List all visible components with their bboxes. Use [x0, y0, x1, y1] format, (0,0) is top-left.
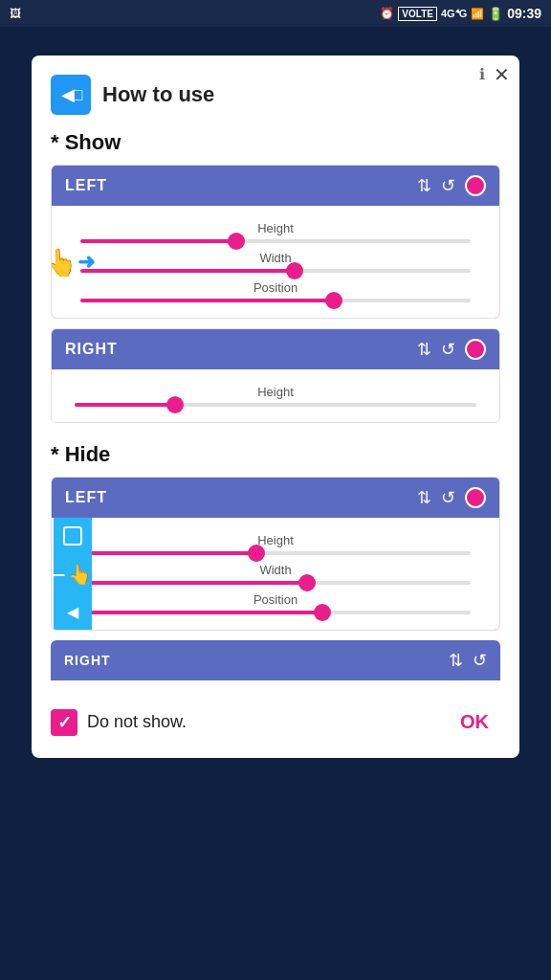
signal-icon: 📶: [471, 8, 484, 20]
hide-left-panel: LEFT ⇅ ↺ ⟵ 👆 ➜: [51, 477, 500, 631]
status-right: ⏰ VOLTE 4G⁴G 📶 🔋 09:39: [380, 6, 541, 21]
arrow-right-hide: ➜: [94, 564, 108, 585]
reset-icon-hide-right[interactable]: ↺: [473, 650, 487, 671]
sort-icon-hide-right[interactable]: ⇅: [449, 650, 463, 671]
show-right-label: RIGHT: [65, 341, 118, 358]
hide-left-height-track[interactable]: [80, 551, 471, 555]
network-icon: 4G⁴G: [441, 8, 467, 20]
hand-icon-show: 👆: [51, 246, 77, 278]
ok-button[interactable]: OK: [449, 705, 500, 739]
color-picker-hide[interactable]: [465, 487, 486, 508]
triangle-icon: ◀: [67, 603, 78, 621]
show-right-height-thumb[interactable]: [166, 396, 184, 413]
show-left-height-label: Height: [71, 221, 480, 235]
show-right-panel-header: RIGHT ⇅ ↺: [52, 329, 499, 369]
show-left-label: LEFT: [65, 177, 107, 194]
show-left-panel-body: 👆 ➜ Height Width: [52, 206, 499, 318]
show-left-position-slider-row: Position: [71, 280, 480, 302]
hide-left-position-fill: [80, 611, 322, 614]
show-right-height-label: Height: [65, 385, 486, 399]
show-left-width-track[interactable]: [80, 269, 471, 273]
hide-left-width-track[interactable]: [80, 581, 471, 585]
hide-left-panel-header: LEFT ⇅ ↺: [52, 478, 499, 518]
status-bar: 🖼 ⏰ VOLTE 4G⁴G 📶 🔋 09:39: [0, 0, 551, 27]
hide-left-panel-body: ⟵ 👆 ➜ ◀ Height: [52, 518, 499, 630]
show-right-height-track[interactable]: [75, 403, 476, 407]
color-picker[interactable]: [465, 175, 486, 196]
hide-left-width-fill: [80, 581, 307, 585]
app-icon-symbol: ◀□: [61, 84, 81, 105]
app-icon: ◀□: [51, 75, 91, 115]
drag-indicator-show: 👆 ➜: [51, 246, 95, 278]
modal-header: ◀□ How to use: [51, 75, 500, 115]
show-left-position-fill: [80, 299, 334, 302]
show-right-panel: RIGHT ⇅ ↺ Height: [51, 328, 500, 423]
show-right-height-fill: [75, 403, 175, 407]
show-left-width-fill: [80, 269, 295, 273]
alarm-icon: ⏰: [380, 7, 394, 20]
hide-left-position-label: Position: [71, 592, 480, 607]
show-left-panel: LEFT ⇅ ↺ 👆 ➜ Height: [51, 165, 500, 319]
show-section-title: * Show: [51, 130, 500, 155]
modal-footer: ✓ Do not show. OK: [51, 696, 500, 739]
reset-icon[interactable]: ↺: [441, 175, 455, 196]
show-right-controls: ⇅ ↺: [417, 339, 486, 360]
hide-right-panel-partial: RIGHT ⇅ ↺: [51, 640, 500, 680]
hide-left-height-fill: [80, 551, 256, 555]
sort-icon[interactable]: ⇅: [417, 175, 431, 196]
show-right-height-slider-row: Height: [65, 385, 486, 407]
info-button[interactable]: ℹ: [479, 65, 485, 83]
hide-left-height-thumb[interactable]: [248, 545, 265, 562]
hand-icon-hide: 👆: [68, 563, 92, 586]
hide-left-width-slider-row: Width: [71, 563, 480, 585]
hide-left-position-track[interactable]: [80, 611, 471, 614]
show-left-height-fill: [80, 239, 236, 243]
volte-badge: VOLTE: [398, 7, 437, 21]
hide-left-label: LEFT: [65, 489, 107, 506]
show-left-position-label: Position: [71, 280, 480, 295]
hide-left-height-slider-row: Height: [71, 533, 480, 555]
show-left-panel-header: LEFT ⇅ ↺: [52, 166, 499, 206]
hide-left-position-slider-row: Position: [71, 592, 480, 614]
hide-right-partial-controls: ⇅ ↺: [449, 650, 487, 671]
gallery-icon: 🖼: [10, 7, 21, 20]
hide-left-width-thumb[interactable]: [298, 574, 316, 591]
hide-square-icon: [63, 526, 82, 546]
arrow-right-show: ➜: [77, 250, 95, 275]
hide-left-height-label: Height: [71, 533, 480, 547]
do-not-show-checkbox[interactable]: ✓: [51, 709, 77, 736]
hide-right-partial-label: RIGHT: [64, 653, 111, 668]
how-to-use-modal: ℹ ✕ ◀□ How to use * Show LEFT ⇅ ↺: [32, 56, 519, 758]
hide-section-title: * Hide: [51, 442, 500, 467]
hide-left-width-label: Width: [71, 563, 480, 577]
close-button[interactable]: ✕: [494, 65, 510, 84]
show-left-width-slider-row: Width: [71, 251, 480, 273]
show-left-position-thumb[interactable]: [325, 292, 342, 309]
show-left-height-track[interactable]: [80, 239, 471, 243]
arrow-left-hide: ⟵: [51, 563, 66, 586]
show-left-position-track[interactable]: [80, 299, 471, 302]
sort-icon-right[interactable]: ⇅: [417, 339, 431, 360]
time-display: 09:39: [507, 6, 541, 21]
do-not-show-label: Do not show.: [87, 712, 187, 732]
show-right-panel-body: Height: [52, 369, 499, 422]
checkbox-checkmark: ✓: [57, 712, 72, 733]
reset-icon-hide[interactable]: ↺: [441, 487, 455, 508]
reset-icon-right[interactable]: ↺: [441, 339, 455, 360]
show-left-controls: ⇅ ↺: [417, 175, 486, 196]
show-left-height-thumb[interactable]: [228, 233, 245, 250]
status-left: 🖼: [10, 7, 21, 20]
hide-overlay-bar: ⟵ 👆 ➜ ◀: [54, 518, 92, 630]
show-left-width-thumb[interactable]: [286, 262, 303, 279]
show-section: * Show LEFT ⇅ ↺ 👆 ➜: [51, 130, 500, 423]
color-picker-right[interactable]: [465, 339, 486, 360]
battery-icon: 🔋: [488, 7, 503, 21]
hide-drag-indicator: ⟵ 👆 ➜: [51, 563, 108, 586]
hide-left-controls: ⇅ ↺: [417, 487, 486, 508]
hide-left-position-thumb[interactable]: [314, 604, 331, 621]
modal-title: How to use: [102, 82, 214, 107]
sort-icon-hide[interactable]: ⇅: [417, 487, 431, 508]
show-left-width-label: Width: [71, 251, 480, 265]
modal-overlay: ℹ ✕ ◀□ How to use * Show LEFT ⇅ ↺: [0, 27, 551, 980]
hide-section: * Hide LEFT ⇅ ↺: [51, 442, 500, 680]
